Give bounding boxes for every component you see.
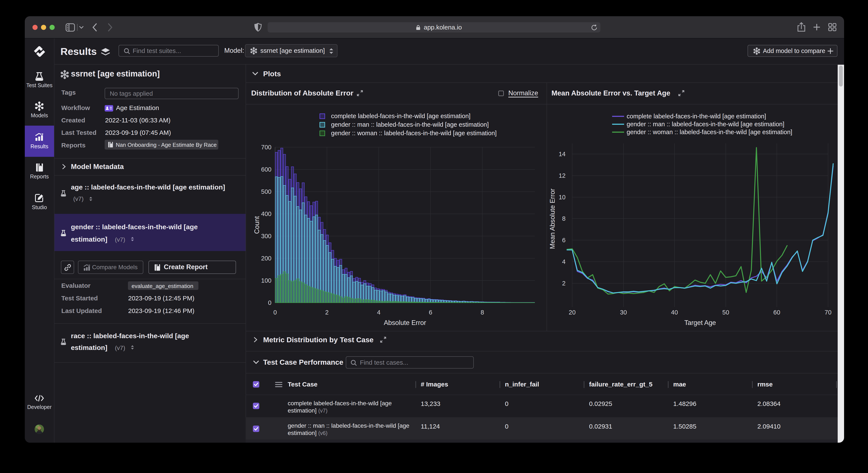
svg-text:14: 14 (559, 151, 565, 157)
svg-text:6: 6 (562, 237, 565, 243)
svg-text:2: 2 (325, 309, 329, 316)
svg-text:4: 4 (377, 309, 380, 316)
svg-text:10: 10 (559, 194, 565, 201)
svg-text:12: 12 (559, 172, 565, 179)
svg-text:40: 40 (671, 309, 678, 316)
svg-text:300: 300 (261, 233, 272, 239)
svg-text:Absolute Error: Absolute Error (384, 319, 426, 326)
svg-text:6: 6 (429, 309, 432, 316)
svg-text:Count: Count (253, 216, 260, 234)
svg-text:100: 100 (261, 277, 272, 284)
svg-text:60: 60 (773, 309, 780, 316)
svg-text:50: 50 (722, 309, 729, 316)
svg-text:400: 400 (261, 210, 272, 217)
svg-text:30: 30 (620, 309, 627, 316)
svg-text:Target Age: Target Age (684, 319, 716, 326)
svg-text:2: 2 (562, 280, 565, 287)
svg-text:500: 500 (261, 188, 272, 195)
svg-text:8: 8 (562, 215, 565, 222)
svg-text:4: 4 (562, 258, 565, 265)
svg-text:Mean Absolute Error: Mean Absolute Error (549, 189, 556, 249)
svg-text:70: 70 (825, 309, 832, 316)
svg-text:20: 20 (569, 309, 576, 316)
svg-text:700: 700 (261, 144, 272, 151)
svg-text:0: 0 (268, 299, 272, 306)
svg-text:600: 600 (261, 166, 272, 173)
svg-text:8: 8 (480, 309, 484, 316)
svg-text:0: 0 (273, 309, 277, 316)
svg-text:200: 200 (261, 255, 272, 262)
